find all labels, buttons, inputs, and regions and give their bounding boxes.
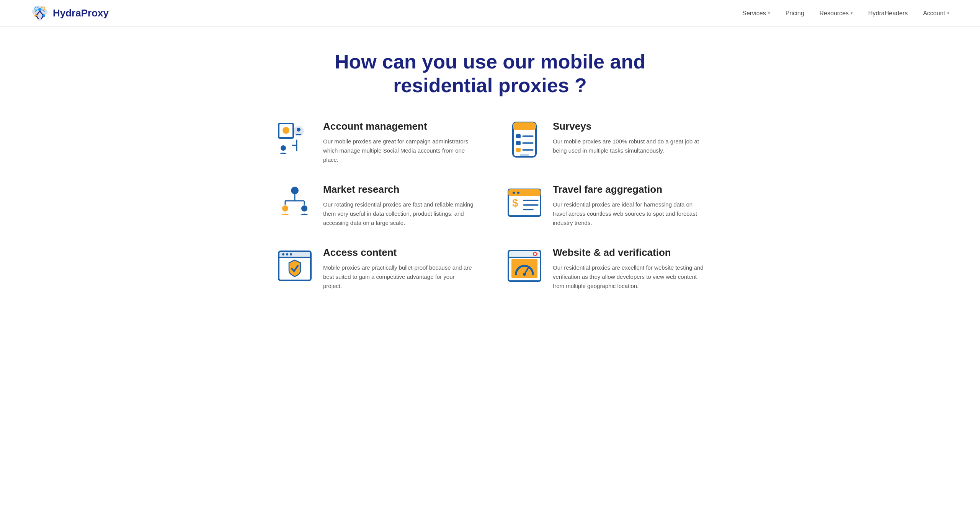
svg-point-6	[281, 145, 286, 151]
ad-verification-icon	[505, 247, 544, 285]
market-research-icon	[276, 184, 314, 222]
svg-point-49	[523, 273, 526, 276]
nav-resources[interactable]: Resources ▾	[820, 10, 853, 17]
site-header: HydraProxy Services ▾ Pricing Resources …	[0, 0, 980, 27]
feature-surveys-text: Surveys Our mobile proxies are 100% robu…	[553, 120, 704, 155]
feature-account-management: Account management Our mobile proxies ar…	[276, 120, 475, 164]
nav-account[interactable]: Account ▾	[923, 10, 949, 17]
account-management-icon	[276, 120, 314, 159]
feature-ad-verification-text: Website & ad verification Our residentia…	[553, 247, 704, 291]
feature-travel-fare-text: Travel fare aggregation Our residential …	[553, 184, 704, 228]
svg-point-40	[290, 253, 292, 255]
svg-point-20	[291, 187, 299, 194]
svg-point-39	[286, 253, 288, 255]
nav-services[interactable]: Services ▾	[742, 10, 770, 17]
account-chevron-icon: ▾	[947, 11, 949, 16]
features-grid: Account management Our mobile proxies ar…	[276, 120, 704, 291]
feature-ad-verification: Website & ad verification Our residentia…	[505, 247, 704, 291]
main-nav: Services ▾ Pricing Resources ▾ HydraHead…	[742, 10, 949, 17]
svg-rect-13	[516, 134, 521, 138]
svg-text:$: $	[512, 197, 518, 209]
travel-fare-icon: $	[505, 184, 544, 222]
nav-pricing[interactable]: Pricing	[786, 10, 804, 17]
svg-point-26	[301, 205, 307, 212]
logo-area[interactable]: HydraProxy	[31, 4, 109, 23]
logo-icon	[31, 4, 49, 23]
svg-point-5	[284, 128, 288, 133]
feature-surveys: Surveys Our mobile proxies are 100% robu…	[505, 120, 704, 164]
svg-rect-19	[520, 154, 529, 156]
feature-travel-fare: $ Travel fare aggregation Our residentia…	[505, 184, 704, 228]
feature-access-content-text: Access content Mobile proxies are practi…	[323, 247, 475, 291]
svg-rect-17	[516, 148, 521, 152]
svg-point-25	[282, 205, 288, 212]
svg-point-10	[297, 128, 301, 132]
svg-point-30	[517, 192, 519, 194]
access-content-icon	[276, 247, 314, 285]
svg-rect-15	[516, 141, 521, 145]
resources-chevron-icon: ▾	[851, 11, 853, 16]
page-heading: How can you use our mobile and residenti…	[276, 50, 704, 98]
brand-name: HydraProxy	[53, 7, 109, 19]
main-content: How can you use our mobile and residenti…	[260, 27, 720, 314]
page-title: How can you use our mobile and residenti…	[276, 50, 704, 98]
feature-market-research: Market research Our rotating residential…	[276, 184, 475, 228]
nav-hydraheaders[interactable]: HydraHeaders	[868, 10, 908, 17]
feature-access-content: Access content Mobile proxies are practi…	[276, 247, 475, 291]
svg-rect-12	[513, 122, 536, 130]
surveys-icon	[505, 120, 544, 159]
svg-point-38	[282, 253, 284, 255]
services-chevron-icon: ▾	[768, 11, 770, 16]
svg-point-29	[513, 192, 515, 194]
feature-market-research-text: Market research Our rotating residential…	[323, 184, 475, 228]
feature-account-management-text: Account management Our mobile proxies ar…	[323, 120, 475, 164]
